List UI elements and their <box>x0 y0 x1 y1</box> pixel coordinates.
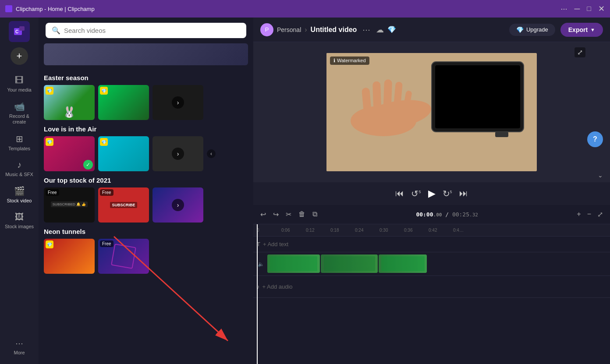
video-clip-2[interactable] <box>321 254 378 273</box>
sidebar-item-your-media[interactable]: 🎞 Your media <box>2 72 37 96</box>
video-options-button[interactable]: ⋯ <box>360 24 372 36</box>
collapse-button[interactable]: ‹ <box>207 149 216 158</box>
editor-area: P Personal › Untitled video ⋯ ☁ 💎 💎 Upgr… <box>253 18 610 364</box>
skip-to-end-button[interactable]: ⏭ <box>459 188 468 198</box>
video-clip-1[interactable] <box>267 254 320 273</box>
premium-badge: 💎 <box>46 87 53 95</box>
video-title[interactable]: Untitled video <box>311 26 357 34</box>
more-label: More <box>14 350 25 355</box>
svg-rect-1 <box>19 26 25 31</box>
fit-timeline-button[interactable]: ⤢ <box>596 209 605 220</box>
add-button[interactable]: + <box>11 47 28 65</box>
premium-badge: 💎 <box>46 138 53 146</box>
sidebar-label-stock-images: Stock images <box>5 224 34 229</box>
video-frame: ℹ Watermarked <box>326 53 537 171</box>
add-text-button[interactable]: T + Add text <box>257 241 288 247</box>
stock-template-more[interactable]: › <box>152 187 203 223</box>
stock-template-2[interactable]: SUBSCRIBE Free <box>98 187 149 223</box>
cloud-save-icon: ☁ <box>376 25 384 35</box>
timeline-tracks: T + Add text 🔈 <box>253 237 610 364</box>
minimize-button[interactable]: ─ <box>575 4 580 14</box>
sidebar-item-record-create[interactable]: 📹 Record &create <box>2 98 37 128</box>
stock-more-arrow[interactable]: › <box>172 199 184 211</box>
video-visual-svg <box>326 53 537 171</box>
svg-text:C: C <box>15 29 18 34</box>
copy-button[interactable]: ⧉ <box>311 209 319 220</box>
undo-button[interactable]: ↩ <box>259 209 268 220</box>
sidebar-label-music: Music & SFX <box>5 172 33 177</box>
ruler-mark-3: 0:18 <box>330 228 355 233</box>
love-more-arrow[interactable]: › <box>172 148 184 160</box>
zoom-out-button[interactable]: − <box>585 209 593 220</box>
window-more-icon[interactable]: ··· <box>561 4 567 14</box>
ruler-mark-5: 0:30 <box>379 228 404 233</box>
export-label: Export <box>568 26 588 33</box>
ruler-mark-0: 0 <box>257 228 281 233</box>
icon-sidebar: C + 🎞 Your media 📹 Record &create ⊞ Temp… <box>0 18 39 364</box>
easter-template-1[interactable]: 🐰 💎 <box>44 85 95 120</box>
neon-templates-grid: 💎 Free <box>44 239 248 274</box>
sidebar-label-templates: Templates <box>8 146 30 151</box>
search-icon: 🔍 <box>52 26 60 35</box>
preview-chevron[interactable]: ⌄ <box>598 172 603 179</box>
help-button[interactable]: ? <box>587 131 603 147</box>
forward-5s-button[interactable]: ↻5 <box>443 188 452 199</box>
easter-more-arrow[interactable]: › <box>172 96 184 109</box>
premium-badge: 💎 <box>46 240 53 248</box>
rewind-5s-button[interactable]: ↺5 <box>411 188 421 199</box>
sidebar-item-stock-images[interactable]: 🖼 Stock images <box>2 209 37 233</box>
ruler-mark-8: 0:4… <box>453 228 478 233</box>
export-button[interactable]: Export ▼ <box>560 23 603 37</box>
premium-badge: 💎 <box>100 87 108 95</box>
skip-to-start-button[interactable]: ⏮ <box>395 188 404 198</box>
stock-video-icon: 🎬 <box>14 186 25 196</box>
neon-template-1[interactable]: 💎 <box>44 239 95 274</box>
upgrade-label: Upgrade <box>526 26 548 33</box>
svg-point-12 <box>351 106 416 136</box>
neon-template-2[interactable]: Free <box>98 239 149 274</box>
sidebar-item-templates[interactable]: ⊞ Templates <box>2 130 37 155</box>
add-audio-button[interactable]: ♪ + Add audio <box>257 283 293 290</box>
editor-header: P Personal › Untitled video ⋯ ☁ 💎 💎 Upgr… <box>253 18 610 42</box>
add-text-label: + Add text <box>263 241 288 247</box>
export-dropdown-icon: ▼ <box>590 27 595 32</box>
playback-controls: ⏮ ↺5 ▶ ↻5 ⏭ <box>253 182 610 205</box>
delete-button[interactable]: 🗑 <box>297 209 307 220</box>
expand-button[interactable]: ⤢ <box>575 47 585 57</box>
upgrade-button[interactable]: 💎 Upgrade <box>509 24 555 36</box>
love-section-title: Love is in the Air <box>44 125 248 133</box>
easter-template-2[interactable]: 💎 <box>98 85 149 120</box>
watermark-badge: ℹ Watermarked <box>330 57 369 65</box>
play-button[interactable]: ▶ <box>428 188 436 199</box>
stock-template-1[interactable]: SUBSCRIBED 🔔 👍 Free <box>44 187 95 223</box>
time-separator: / <box>445 211 452 218</box>
zoom-in-button[interactable]: + <box>575 209 582 220</box>
music-icon: ♪ <box>17 160 21 170</box>
love-template-1[interactable]: 💎 ✓ <box>44 136 95 171</box>
more-button[interactable]: ⋯ More <box>2 335 37 359</box>
close-button[interactable]: ✕ <box>598 4 605 14</box>
easter-template-more[interactable]: › <box>152 85 203 120</box>
zoom-controls: + − ⤢ <box>575 209 605 220</box>
search-input[interactable] <box>64 27 240 34</box>
content-panel: 🔍 Easter season 🐰 💎 <box>39 18 253 364</box>
easter-templates-grid: 🐰 💎 💎 › <box>44 85 248 120</box>
love-templates-grid: 💎 ✓ 💎 › ‹ <box>44 136 248 171</box>
sidebar-label-your-media: Your media <box>7 87 31 92</box>
love-template-2[interactable]: 💎 <box>98 136 149 171</box>
cut-button[interactable]: ✂ <box>284 209 293 220</box>
love-template-more[interactable]: › <box>152 136 203 171</box>
sidebar-item-stock-video[interactable]: 🎬 Stock video <box>2 182 37 207</box>
video-clip-3[interactable] <box>379 254 427 273</box>
ruler-mark-1: 0:06 <box>281 228 306 233</box>
stock-images-icon: 🖼 <box>15 212 24 222</box>
maximize-button[interactable]: □ <box>587 5 591 13</box>
stock-templates-grid: SUBSCRIBED 🔔 👍 Free SUBSCRIBE Free › <box>44 187 248 223</box>
timeline-playhead[interactable] <box>257 224 258 364</box>
sidebar-item-music-sfx[interactable]: ♪ Music & SFX <box>2 156 37 180</box>
redo-button[interactable]: ↪ <box>271 209 280 220</box>
record-icon: 📹 <box>14 101 25 112</box>
text-track-row: T + Add text <box>253 237 610 252</box>
time-display: 00:00.00 / 00:25.32 <box>416 211 478 218</box>
breadcrumb-personal: Personal <box>277 26 301 33</box>
